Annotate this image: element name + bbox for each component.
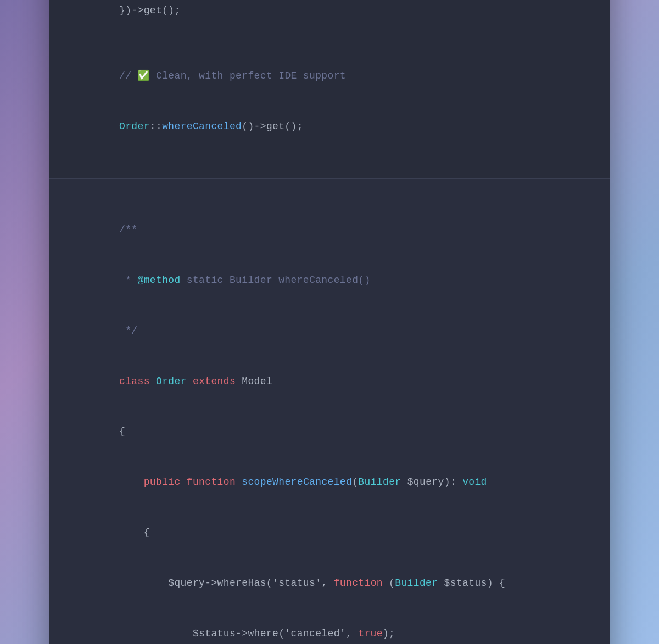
model-name: Model xyxy=(236,376,272,387)
builder-type: Builder xyxy=(358,476,401,487)
indent-method xyxy=(119,476,144,487)
jsdoc-star: * xyxy=(119,275,138,286)
wherecanceled-call: ()->get(); xyxy=(242,121,303,132)
space-1 xyxy=(150,376,156,387)
builder-type-2: Builder xyxy=(395,578,438,589)
top-code-block: // ❌ Hard to parse Order::whereHas('stat… xyxy=(49,0,610,178)
jsdoc-close: */ xyxy=(119,325,138,336)
scope-method-name: scopeWhereCanceled xyxy=(242,476,352,487)
query-param: $query): xyxy=(401,476,463,487)
method-brace-open: { xyxy=(82,507,577,558)
builder-query-param: ( xyxy=(352,476,358,487)
status-param: $status) { xyxy=(438,578,505,589)
jsdoc-open: /** xyxy=(119,224,138,235)
public-keyword: public xyxy=(144,476,181,487)
code-line-status-where-2: $status->where('canceled', true); xyxy=(82,608,577,644)
spacer-1 xyxy=(82,36,577,51)
bottom-code-block: /** * @method static Builder whereCancel… xyxy=(49,179,610,644)
class-keyword: class xyxy=(119,376,150,387)
close-get-1: })->get(); xyxy=(119,5,181,16)
code-line-wherecanceled: Order::whereCanceled()->get(); xyxy=(82,101,577,152)
function-keyword-3: function xyxy=(334,578,383,589)
class-declaration: class Order extends Model xyxy=(82,356,577,407)
order-class-2: Order xyxy=(119,121,150,132)
comment-text-2: // ✅ Clean, with perfect IDE support xyxy=(119,70,346,81)
true-keyword-2: true xyxy=(358,628,383,639)
jsdoc-rest: static Builder whereCanceled() xyxy=(181,275,371,286)
status-where-call-2: $status->where('canceled', true); xyxy=(119,628,395,639)
code-line-query-wherehas: $query->whereHas('status', function (Bui… xyxy=(82,558,577,608)
double-colon-2: :: xyxy=(150,121,162,132)
jsdoc-end: */ xyxy=(82,306,577,356)
function-keyword-2: function xyxy=(187,476,236,487)
jsdoc-start: /** xyxy=(82,205,577,256)
space-pub xyxy=(181,476,187,487)
method-open-brace: { xyxy=(119,527,150,538)
void-return: void xyxy=(462,476,487,487)
class-brace-open: { xyxy=(82,407,577,457)
extends-keyword: extends xyxy=(193,376,236,387)
order-class-name: Order xyxy=(156,376,187,387)
method-declaration: public function scopeWhereCanceled(Build… xyxy=(82,457,577,508)
wherecanceled-method: whereCanceled xyxy=(162,121,242,132)
space-2 xyxy=(187,376,193,387)
open-brace-class: { xyxy=(119,426,125,437)
comment-clean: // ✅ Clean, with perfect IDE support xyxy=(82,51,577,101)
query-wherehas-call: $query->whereHas('status', xyxy=(119,578,334,589)
jsdoc-method: * @method static Builder whereCanceled() xyxy=(82,256,577,306)
space-fn xyxy=(236,476,242,487)
builder-status-2: ( xyxy=(383,578,395,589)
code-line-close-get-1: })->get(); xyxy=(82,0,577,36)
code-container: // ❌ Hard to parse Order::whereHas('stat… xyxy=(49,0,610,644)
at-method-keyword: @method xyxy=(137,275,180,286)
